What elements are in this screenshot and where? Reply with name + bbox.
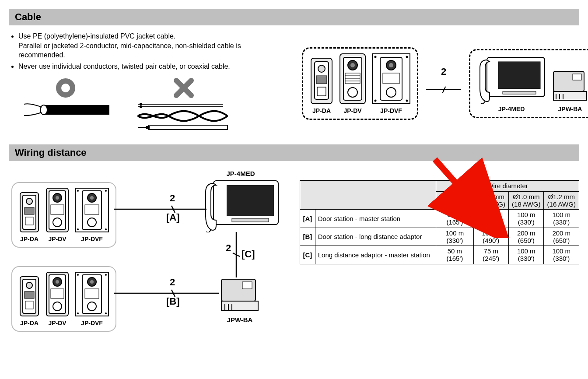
cable-diagram: JP-DA JP-DV JP-DVF 2 (302, 32, 588, 131)
segment-label-b: [B] (166, 296, 180, 307)
svg-point-82 (105, 274, 107, 276)
svg-point-57 (90, 196, 94, 200)
svg-point-18 (350, 63, 355, 67)
device-jp-dvf-2: JP-DVF (74, 187, 109, 242)
cell: [B] (300, 228, 315, 246)
svg-rect-47 (25, 217, 33, 225)
ok-circle-icon (55, 77, 77, 99)
label: JP-DV (48, 319, 66, 326)
label: JP-DV (48, 235, 66, 242)
cable-section: Use PE (polyethylene)-insulated PVC jack… (9, 32, 579, 131)
svg-point-23 (348, 88, 357, 97)
row-c: [C] Long distance adaptor - master stati… (300, 246, 579, 264)
svg-point-83 (77, 312, 79, 314)
svg-point-31 (406, 56, 408, 58)
label-jp-4med: JP-4MED (498, 105, 525, 112)
device-jp-da-3: JP-DA (18, 276, 40, 326)
bad-cables-icon (136, 101, 232, 131)
svg-point-32 (374, 100, 377, 102)
label-jp-dv: JP-DV (343, 107, 361, 114)
device-jp-4med: JP-4MED (476, 55, 546, 112)
bullet-1-line2: Parallel or jacketed 2-conductor, mid-ca… (18, 42, 241, 59)
device-jp-dv: JP-DV (338, 53, 367, 114)
svg-point-53 (53, 218, 62, 227)
svg-point-12 (318, 65, 325, 72)
svg-point-30 (374, 56, 377, 58)
svg-point-74 (53, 302, 62, 311)
svg-rect-90 (242, 282, 252, 289)
bullet-1-line1: Use PE (polyethylene)-insulated PVC jack… (18, 32, 175, 40)
svg-rect-14 (317, 87, 326, 96)
svg-rect-87 (232, 218, 269, 222)
svg-point-72 (56, 280, 59, 284)
door-station-icon (371, 53, 411, 105)
svg-rect-9 (146, 126, 150, 129)
svg-point-63 (105, 228, 107, 230)
svg-point-27 (389, 63, 393, 67)
svg-rect-7 (149, 125, 228, 130)
red-arrow-icon (422, 155, 509, 238)
cell: 100 m(330') (509, 246, 544, 264)
cell: 100 m(330') (544, 210, 579, 228)
cable-examples (22, 77, 289, 131)
door-group-top: JP-DA JP-DV JP-DVF (11, 182, 116, 248)
label: JP-4MED (201, 170, 280, 177)
device-jpw-ba-2: JPW-BA (218, 277, 262, 324)
segment-label-a: [A] (166, 212, 180, 223)
svg-rect-38 (553, 91, 587, 100)
wiring-section: JP-DA JP-DV JP-DVF JP-DA (9, 167, 579, 344)
label: JP-DA (20, 235, 38, 242)
adaptor-icon (551, 69, 588, 104)
segment-label-c: [C] (242, 249, 255, 260)
svg-point-6 (140, 105, 142, 108)
label: JPW-BA (218, 316, 262, 323)
cable-ok-example (22, 77, 109, 131)
svg-point-59 (88, 218, 96, 227)
cell: [A] (300, 210, 315, 228)
svg-rect-1 (44, 105, 109, 115)
label: JP-DA (20, 319, 38, 326)
device-jp-4med-2: JP-4MED (201, 170, 280, 234)
svg-rect-89 (221, 301, 258, 311)
device-jpw-ba: JPW-BA (551, 69, 588, 112)
col-12: Ø1.2 mm(16 AWG) (544, 191, 579, 210)
svg-point-78 (90, 280, 94, 284)
svg-point-45 (26, 198, 32, 204)
svg-rect-13 (316, 76, 327, 84)
cell: Long distance adaptor - master station (315, 246, 436, 264)
cell: Door station - long distance adaptor (315, 228, 436, 246)
svg-rect-68 (25, 301, 33, 309)
monitor-station-icon (476, 55, 546, 104)
device-jp-dv-3: JP-DV (45, 271, 70, 326)
wire-count-a: 2 (170, 193, 175, 204)
svg-point-5 (140, 103, 142, 105)
svg-rect-39 (573, 74, 581, 80)
svg-point-0 (59, 81, 73, 95)
wire-count-c: 2 (226, 242, 231, 254)
cross-icon (173, 77, 195, 99)
label-jp-dvf: JP-DVF (380, 107, 402, 114)
jacketed-cable-icon (22, 101, 109, 118)
svg-rect-67 (24, 291, 34, 298)
wire-count-b: 2 (170, 277, 175, 288)
col-10: Ø1.0 mm(18 AWG) (509, 191, 544, 210)
svg-point-29 (386, 88, 396, 97)
svg-rect-35 (498, 62, 540, 89)
cable-text-column: Use PE (polyethylene)-insulated PVC jack… (9, 32, 289, 131)
bullet-1: Use PE (polyethylene)-insulated PVC jack… (18, 32, 289, 60)
cable-bullets: Use PE (polyethylene)-insulated PVC jack… (9, 32, 289, 71)
wiring-diagram: JP-DA JP-DV JP-DVF JP-DA (9, 167, 289, 344)
svg-point-61 (105, 190, 107, 192)
label: JP-DVF (81, 235, 103, 242)
label-jp-da: JP-DA (312, 107, 331, 114)
svg-rect-46 (24, 207, 34, 214)
cell: 100 m(330') (509, 210, 544, 228)
device-jp-dv-2: JP-DV (45, 187, 70, 242)
bullet-2: Never use individual conductors, twisted… (18, 62, 289, 71)
door-stations-group: JP-DA JP-DV JP-DVF (302, 47, 418, 120)
cell: 100 m(330') (544, 246, 579, 264)
cell: 200 m(650') (509, 228, 544, 246)
svg-point-51 (56, 196, 59, 200)
device-jp-da: JP-DA (309, 57, 334, 114)
device-jp-dvf: JP-DVF (371, 53, 411, 114)
